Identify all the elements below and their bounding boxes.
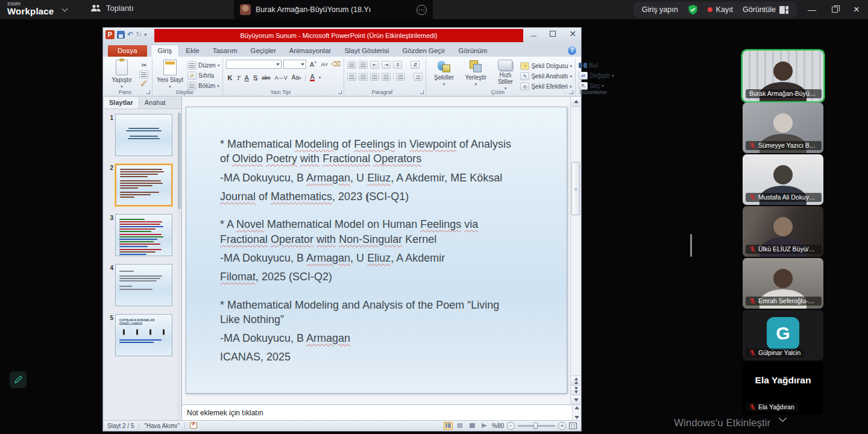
bold-button[interactable]: K [227, 74, 232, 81]
quick-styles-button[interactable]: Hızlı Stiller▾ [493, 60, 517, 91]
ribbon-tab-görünüm[interactable]: Görünüm [451, 45, 494, 57]
numbering-icon[interactable] [359, 61, 368, 69]
redo-icon[interactable]: ↻ [136, 31, 142, 39]
tab-slaytlar[interactable]: Slaytlar [104, 97, 139, 108]
grow-font-icon[interactable]: A˄ [308, 60, 318, 68]
columns-icon[interactable] [396, 73, 405, 81]
scroll-down-button[interactable] [571, 395, 580, 404]
fit-to-window-button[interactable] [569, 423, 577, 429]
slide-sorter-button[interactable] [456, 422, 465, 430]
save-icon[interactable] [117, 31, 125, 39]
tab-dosya[interactable]: Dosya [108, 45, 147, 57]
powerpoint-icon[interactable]: P [105, 30, 115, 39]
dialog-launcher-icon[interactable] [146, 90, 150, 94]
slide-thumbnail-2[interactable]: 2 [106, 164, 176, 206]
dialog-launcher-icon[interactable] [570, 90, 573, 94]
ribbon-tab-slayt-gösterisi[interactable]: Slayt Gösterisi [338, 45, 395, 57]
zoom-out-button[interactable]: − [507, 422, 515, 430]
notes-placeholder[interactable]: Not eklemek için tıklatın [182, 409, 572, 417]
copy-icon[interactable] [139, 71, 148, 78]
notes-pane[interactable]: Not eklemek için tıklatın [182, 404, 580, 420]
slide-thumbnail-5[interactable]: 5ÇATIŞAN KAVRAMLAR GENELLEMESİ [106, 314, 176, 356]
scroll-up-button[interactable] [571, 97, 580, 107]
cut-icon[interactable]: ✂ [139, 61, 149, 69]
zoom-slider[interactable] [518, 425, 555, 427]
strikethrough-button[interactable]: abc [262, 75, 271, 81]
shape-outline-button[interactable]: ✎Şekil Anahattı▾ [520, 72, 572, 81]
shadow-button[interactable]: S [253, 74, 257, 81]
next-slide-button[interactable] [571, 385, 580, 395]
text-direction-icon[interactable]: ⇵ [410, 61, 420, 69]
ribbon-tab-tasarım[interactable]: Tasarım [206, 45, 244, 57]
panel-scrollbar[interactable] [177, 112, 181, 420]
ribbon-tab-ekle[interactable]: Ekle [179, 45, 206, 57]
slideshow-button[interactable] [480, 422, 489, 430]
dialog-launcher-icon[interactable] [338, 90, 342, 94]
chevron-down-icon[interactable] [62, 6, 68, 12]
participant-tile[interactable]: Emrah Seferoğlu-Büyü... [743, 258, 823, 309]
participant-tile[interactable]: Sümeyye Yazıcı Büyü/... [743, 102, 823, 153]
align-left-icon[interactable] [347, 73, 356, 81]
ppt-maximize-button[interactable] [550, 31, 556, 37]
minimize-button[interactable]: — [808, 5, 816, 14]
slide-thumbnail-4[interactable]: 4 [106, 264, 176, 306]
reset-button[interactable]: ⟳Sıfırla [187, 71, 219, 80]
tab-anahat[interactable]: Anahat [139, 97, 171, 108]
decrease-indent-icon[interactable]: ⇤ [370, 61, 379, 69]
participant-tile[interactable]: Burak Armağan-BüyüYoru... [743, 51, 823, 101]
slide-thumbnail-1[interactable]: 1 [106, 114, 176, 156]
arrange-button[interactable]: Yerleştir▾ [461, 60, 490, 87]
smartart-icon[interactable]: ◫ [414, 73, 423, 81]
change-case-button[interactable]: Aa▾ [292, 74, 301, 81]
spellcheck-icon[interactable] [190, 423, 197, 429]
clear-formatting-icon[interactable]: ⌫ [331, 60, 341, 68]
slide-editor[interactable]: * Mathematical Modeling of Feelings in V… [182, 97, 580, 404]
align-right-icon[interactable] [370, 73, 379, 81]
ribbon-tab-gözden-geçir[interactable]: Gözden Geçir [396, 45, 452, 57]
ribbon-tab-giriş[interactable]: Giriş [151, 45, 180, 57]
italic-button[interactable]: T [236, 74, 240, 81]
new-slide-button[interactable]: Yeni Slayt▾ [156, 60, 184, 89]
notes-scrollbar[interactable] [572, 405, 580, 420]
zoom-in-button[interactable]: + [558, 422, 566, 430]
recording-indicator[interactable]: Kayıt [708, 5, 734, 14]
more-options-icon[interactable]: ⋯ [417, 5, 427, 15]
justify-icon[interactable] [382, 73, 391, 81]
strip-scrollbar-thumb[interactable] [690, 234, 692, 257]
zoom-slider-thumb[interactable] [533, 423, 538, 429]
layout-button[interactable]: Düzen▾ [187, 61, 219, 70]
view-button[interactable]: Görüntüle [743, 5, 788, 14]
vertical-scrollbar[interactable] [570, 97, 580, 404]
slide-canvas[interactable]: * Mathematical Modeling of Feelings in V… [186, 107, 567, 394]
ppt-close-button[interactable]: ✕ [569, 30, 576, 37]
meeting-window-tab[interactable]: Burak Armağan-BüyüYorum (18.Yı ⋯ [234, 0, 433, 19]
participant-tile[interactable]: GGülpinar Yalcin [743, 310, 823, 360]
reading-view-button[interactable] [468, 422, 477, 430]
align-center-icon[interactable] [359, 73, 368, 81]
dialog-launcher-icon[interactable] [420, 90, 424, 94]
ribbon-tab-animasyonlar[interactable]: Animasyonlar [283, 45, 338, 57]
paste-button[interactable]: Yapıştır▾ [107, 60, 136, 89]
replace-button[interactable]: ⇄Değiştir▾ [579, 71, 614, 80]
meeting-tab[interactable]: Toplantı [90, 4, 134, 13]
restore-button[interactable] [832, 7, 838, 13]
ribbon-tab-geçişler[interactable]: Geçişler [244, 45, 283, 57]
collapse-thumbnails-button[interactable] [774, 412, 791, 423]
slide-thumbnail-3[interactable]: 3 [106, 214, 176, 256]
help-icon[interactable]: ? [568, 46, 576, 55]
shrink-font-icon[interactable]: A˅ [319, 61, 329, 68]
undo-icon[interactable]: ↶ [127, 31, 133, 39]
char-spacing-button[interactable]: A⇔V [275, 75, 288, 81]
format-painter-icon[interactable]: 🖉 [139, 80, 149, 87]
shape-fill-button[interactable]: ◔Şekil Dolgusu▾ [520, 61, 572, 71]
participant-tile[interactable]: Mustafa Ali Dokuyucu [743, 154, 823, 205]
line-spacing-icon[interactable]: ⇕ [393, 61, 402, 69]
font-color-button[interactable]: A [310, 74, 314, 81]
normal-view-button[interactable] [444, 422, 453, 430]
annotation-pencil-button[interactable] [10, 371, 27, 388]
close-button[interactable]: × [854, 4, 860, 16]
participant-tile[interactable]: Ela YağdıranEla Yağdıran [743, 362, 823, 415]
find-button[interactable]: Bul [579, 61, 614, 70]
sign-in-button[interactable]: Giriş yapın [642, 5, 678, 14]
previous-slide-button[interactable] [571, 376, 580, 385]
